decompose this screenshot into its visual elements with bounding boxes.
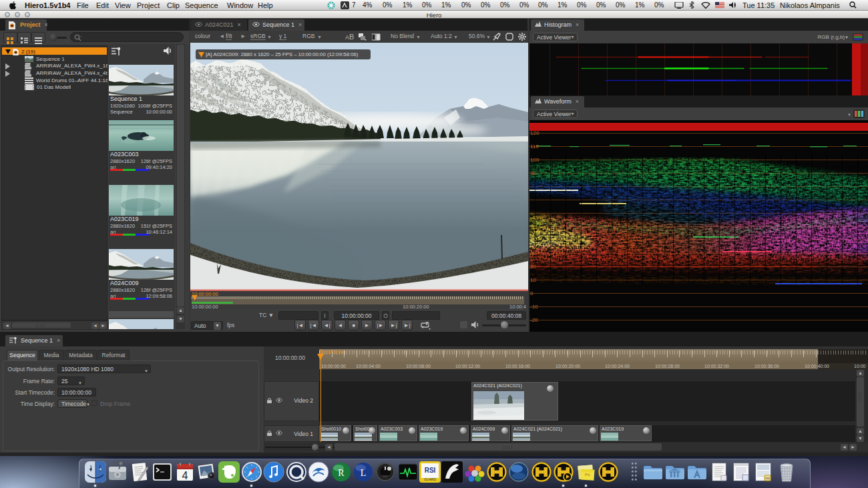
svg-text:20: 20 <box>530 264 536 270</box>
svg-text:0: 0 <box>530 290 533 296</box>
svg-text:RSI: RSI <box>765 477 770 480</box>
svg-text:-10: -10 <box>530 304 538 310</box>
svg-text:R: R <box>338 468 345 478</box>
svg-text:4: 4 <box>182 470 188 481</box>
svg-text:10: 10 <box>530 277 536 283</box>
svg-text:120: 120 <box>530 130 539 136</box>
svg-text:110: 110 <box>530 144 539 150</box>
svg-text:GUARD: GUARD <box>424 477 436 481</box>
svg-text:L: L <box>361 468 367 478</box>
svg-text:FYI: FYI <box>585 473 590 477</box>
svg-text:90: 90 <box>530 170 536 176</box>
svg-text:-20: -20 <box>530 317 538 323</box>
svg-text:100: 100 <box>530 157 539 163</box>
svg-text:RSI: RSI <box>425 467 436 474</box>
svg-text:30: 30 <box>530 250 536 256</box>
